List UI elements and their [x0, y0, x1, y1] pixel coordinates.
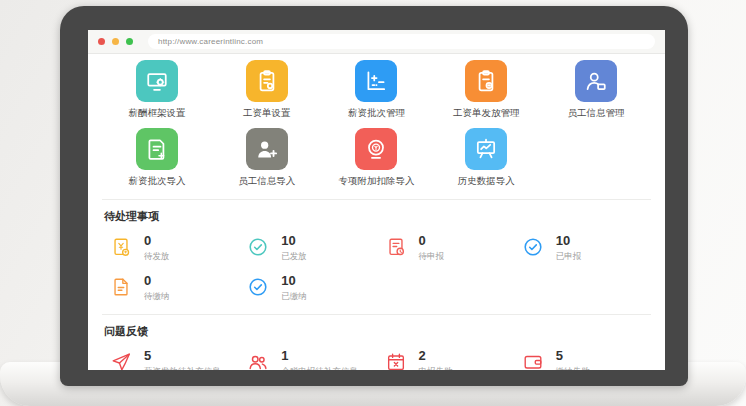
monitor-gear-icon: [136, 60, 178, 102]
browser-bar: http://www.careerintlinc.com: [88, 30, 665, 54]
app-label: 薪酬框架设置: [128, 107, 185, 120]
app-label: 员工信息管理: [568, 107, 625, 120]
stat-payment-failed[interactable]: 5 缴纳失败: [514, 349, 651, 370]
clipboard-badge-icon: [465, 60, 507, 102]
check-circle-icon: [247, 236, 269, 258]
stat-label: 个税申报待补充信息: [281, 366, 358, 370]
pending-stats-row2: 0 待缴纳 10 已缴纳: [102, 274, 651, 303]
minimize-window-icon[interactable]: [112, 38, 119, 45]
app-salary-batch-import[interactable]: 薪资批次导入: [102, 128, 212, 188]
app-label: 工资单设置: [243, 107, 291, 120]
feedback-section-title: 问题反馈: [104, 324, 649, 339]
stat-pending-payment[interactable]: 0 待缴纳: [102, 274, 239, 303]
app-label: 专项附加扣除导入: [338, 175, 414, 188]
stat-value: 10: [281, 234, 307, 248]
app-salary-batch-management[interactable]: 薪资批次管理: [322, 60, 432, 120]
app-grid-row1: 薪酬框架设置 工资单设置: [102, 60, 651, 120]
history-board-icon: [465, 128, 507, 170]
address-bar[interactable]: http://www.careerintlinc.com: [148, 34, 655, 49]
yuan-doc-icon: [110, 236, 132, 258]
stat-declared[interactable]: 10 已申报: [514, 234, 651, 263]
app-label: 历史数据导入: [458, 175, 515, 188]
employee-card-icon: [575, 60, 617, 102]
person-plus-icon: [246, 128, 288, 170]
stat-label: 待申报: [419, 251, 445, 263]
app-employee-info-import[interactable]: 员工信息导入: [212, 128, 322, 188]
section-divider: [102, 314, 651, 315]
feedback-stats-row: 5 薪资发放待补充信息 1 个税申报待补: [102, 349, 651, 370]
stat-label: 已发放: [281, 251, 307, 263]
stat-pending-declaration[interactable]: 0 待申报: [377, 234, 514, 263]
stat-value: 5: [144, 349, 221, 363]
app-special-deduction-import[interactable]: 专项附加扣除导入: [322, 128, 432, 188]
laptop-mockup: http://www.careerintlinc.com 薪酬框架设置: [0, 0, 746, 406]
page-content: 薪酬框架设置 工资单设置: [88, 54, 665, 370]
stat-label: 申报失败: [419, 366, 453, 370]
stat-tax-declaration-info-needed[interactable]: 1 个税申报待补充信息: [239, 349, 376, 370]
stat-label: 缴纳失败: [556, 366, 590, 370]
wallet-icon: [522, 351, 544, 370]
app-history-data-import[interactable]: 历史数据导入: [431, 128, 541, 188]
doc-fold-icon: [110, 276, 132, 298]
section-divider: [102, 199, 651, 200]
stat-value: 10: [281, 274, 307, 288]
batch-chart-icon: [355, 60, 397, 102]
clipboard-gear-icon: [246, 60, 288, 102]
paper-plane-icon: [110, 351, 132, 370]
stat-issued[interactable]: 10 已发放: [239, 234, 376, 263]
laptop-screen: http://www.careerintlinc.com 薪酬框架设置: [60, 6, 688, 386]
app-payslip-settings[interactable]: 工资单设置: [212, 60, 322, 120]
stat-value: 0: [144, 234, 170, 248]
stat-value: 2: [419, 349, 453, 363]
app-label: 薪资批次导入: [128, 175, 185, 188]
stat-value: 10: [556, 234, 582, 248]
check-circle-icon: [522, 236, 544, 258]
clock-doc-icon: [385, 236, 407, 258]
stat-label: 待发放: [144, 251, 170, 263]
stat-value: 1: [281, 349, 358, 363]
tax-stamp-icon: [355, 128, 397, 170]
screen: http://www.careerintlinc.com 薪酬框架设置: [88, 30, 665, 370]
stat-value: 0: [144, 274, 170, 288]
stat-label: 已缴纳: [281, 291, 307, 303]
stat-pending-issue[interactable]: 0 待发放: [102, 234, 239, 263]
app-label: 员工信息导入: [238, 175, 295, 188]
app-salary-framework-settings[interactable]: 薪酬框架设置: [102, 60, 212, 120]
app-label: 工资单发放管理: [453, 107, 520, 120]
stat-value: 0: [419, 234, 445, 248]
stat-label: 待缴纳: [144, 291, 170, 303]
stat-label: 薪资发放待补充信息: [144, 366, 221, 370]
pending-stats-row1: 0 待发放 10 已发放: [102, 234, 651, 263]
check-circle-icon: [247, 276, 269, 298]
stat-label: 已申报: [556, 251, 582, 263]
stat-paid[interactable]: 10 已缴纳: [239, 274, 376, 303]
stat-declaration-failed[interactable]: 2 申报失败: [377, 349, 514, 370]
close-window-icon[interactable]: [98, 38, 105, 45]
doc-plus-icon: [136, 128, 178, 170]
app-payslip-distribution-management[interactable]: 工资单发放管理: [431, 60, 541, 120]
app-label: 薪资批次管理: [348, 107, 405, 120]
stat-salary-issue-info-needed[interactable]: 5 薪资发放待补充信息: [102, 349, 239, 370]
stat-value: 5: [556, 349, 590, 363]
people-icon: [247, 351, 269, 370]
pending-section-title: 待处理事项: [104, 209, 649, 224]
app-grid-row2: 薪资批次导入 员工信息导入: [102, 128, 651, 188]
zoom-window-icon[interactable]: [126, 38, 133, 45]
app-employee-info-management[interactable]: 员工信息管理: [541, 60, 651, 120]
calendar-x-icon: [385, 351, 407, 370]
